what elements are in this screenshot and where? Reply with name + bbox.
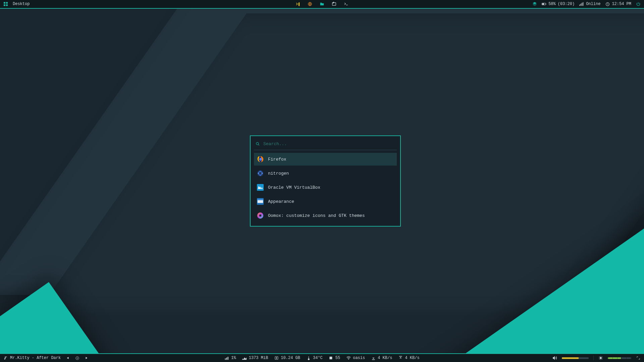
temperature-value: 34°C bbox=[313, 356, 323, 360]
svg-point-36 bbox=[600, 357, 602, 359]
svg-rect-4 bbox=[542, 3, 544, 5]
battery-icon bbox=[542, 2, 546, 6]
svg-rect-27 bbox=[226, 357, 227, 360]
download-icon bbox=[371, 356, 376, 360]
svg-rect-34 bbox=[372, 359, 375, 360]
battery-status[interactable]: 58% (03:20) bbox=[542, 2, 575, 6]
result-item-nitrogen[interactable]: nitrogen bbox=[254, 167, 397, 180]
net-up-value: 4 KB/s bbox=[405, 356, 419, 360]
filemanager-icon[interactable] bbox=[320, 2, 324, 6]
svg-rect-3 bbox=[546, 4, 546, 5]
result-label: nitrogen bbox=[268, 171, 289, 176]
editor-icon[interactable] bbox=[332, 2, 336, 6]
svg-point-15 bbox=[260, 171, 261, 172]
now-playing-label: Mr.Kitty - After Dark bbox=[10, 356, 61, 360]
firefox-icon bbox=[257, 156, 264, 163]
top-panel: Desktop 58% (03:20) bbox=[0, 0, 644, 9]
svg-point-30 bbox=[276, 358, 277, 359]
nitrogen-icon bbox=[257, 170, 264, 177]
now-playing[interactable]: Mr.Kitty - After Dark bbox=[3, 356, 61, 360]
network-status[interactable]: Online bbox=[579, 2, 600, 6]
net-down[interactable]: 4 KB/s bbox=[371, 356, 392, 360]
workspace-name[interactable]: Desktop bbox=[13, 2, 30, 6]
appearance-icon bbox=[257, 198, 264, 205]
speaker-icon[interactable] bbox=[552, 356, 557, 360]
wifi-status[interactable]: oasis bbox=[346, 356, 365, 360]
svg-rect-32 bbox=[330, 357, 332, 359]
memory-chart-icon bbox=[242, 356, 247, 360]
wifi-ssid: oasis bbox=[353, 356, 365, 360]
svg-rect-22 bbox=[258, 199, 263, 200]
app-launcher: Firefox nitrogen Oracle VM VirtualBox Ap… bbox=[250, 135, 401, 227]
svg-point-12 bbox=[259, 158, 262, 161]
svg-point-16 bbox=[260, 174, 261, 176]
svg-rect-28 bbox=[227, 357, 228, 360]
svg-point-10 bbox=[256, 142, 258, 145]
search-input[interactable] bbox=[263, 141, 395, 146]
bottom-panel: Mr.Kitty - After Dark 1% 1373 MiB bbox=[0, 353, 644, 362]
memory-usage[interactable]: 1373 MiB bbox=[242, 356, 268, 360]
svg-point-17 bbox=[258, 173, 259, 174]
browser-icon[interactable] bbox=[308, 2, 312, 6]
launcher-button[interactable] bbox=[3, 2, 8, 6]
wifi-icon bbox=[346, 356, 351, 360]
package-updates-icon[interactable] bbox=[532, 2, 537, 6]
svg-rect-6 bbox=[581, 4, 581, 6]
time-label: 12:54 PM bbox=[612, 2, 631, 6]
brightness-slider[interactable] bbox=[608, 357, 631, 359]
power-button[interactable] bbox=[636, 2, 641, 6]
search-icon bbox=[255, 142, 260, 146]
result-label: Oomox: customize icons and GTK themes bbox=[268, 213, 365, 218]
svg-rect-8 bbox=[583, 2, 584, 6]
media-play-button[interactable] bbox=[75, 356, 79, 360]
vscode-icon[interactable] bbox=[296, 2, 300, 6]
oomox-icon bbox=[257, 212, 264, 219]
thermometer-icon bbox=[306, 356, 311, 360]
svg-rect-5 bbox=[579, 5, 580, 6]
result-item-firefox[interactable]: Firefox bbox=[254, 153, 397, 166]
svg-rect-26 bbox=[225, 358, 225, 360]
cpu-usage[interactable]: 1% bbox=[224, 356, 236, 360]
virtualbox-icon bbox=[257, 184, 264, 191]
music-icon bbox=[3, 356, 8, 360]
cpu-value: 1% bbox=[231, 356, 236, 360]
net-up[interactable]: 4 KB/s bbox=[398, 356, 419, 360]
battery-percent: 58% bbox=[548, 2, 556, 6]
separator bbox=[593, 356, 594, 360]
network-label: Online bbox=[586, 2, 600, 6]
media-next-button[interactable] bbox=[84, 356, 89, 360]
clock[interactable]: 12:54 PM bbox=[605, 2, 631, 6]
result-label: Appearance bbox=[268, 199, 294, 204]
result-item-appearance[interactable]: Appearance bbox=[254, 195, 397, 208]
cpu-chart-icon bbox=[224, 356, 229, 360]
disk-usage[interactable]: 10.24 GB bbox=[274, 356, 300, 360]
result-label: Oracle VM VirtualBox bbox=[268, 185, 320, 190]
svg-rect-7 bbox=[582, 3, 582, 6]
brightness-icon[interactable] bbox=[598, 356, 603, 360]
battery-remaining: (03:20) bbox=[558, 2, 575, 6]
signal-icon bbox=[579, 2, 584, 6]
volume-slider[interactable] bbox=[562, 357, 589, 359]
search-row bbox=[254, 139, 397, 150]
disk-value: 10.24 GB bbox=[281, 356, 300, 360]
result-item-virtualbox[interactable]: Oracle VM VirtualBox bbox=[254, 181, 397, 194]
memory-value: 1373 MiB bbox=[249, 356, 268, 360]
temperature[interactable]: 34°C bbox=[306, 356, 323, 360]
upload-icon bbox=[398, 356, 403, 360]
media-prev-button[interactable] bbox=[65, 356, 70, 360]
terminal-icon[interactable] bbox=[344, 2, 348, 6]
svg-point-18 bbox=[261, 173, 263, 174]
disk-icon bbox=[274, 356, 279, 360]
result-label: Firefox bbox=[268, 157, 286, 162]
svg-point-24 bbox=[259, 215, 261, 217]
package-icon bbox=[329, 356, 333, 360]
quick-launch bbox=[296, 2, 348, 6]
svg-point-33 bbox=[348, 359, 349, 360]
expand-icon[interactable] bbox=[636, 356, 641, 360]
results-list: Firefox nitrogen Oracle VM VirtualBox Ap… bbox=[254, 153, 397, 222]
net-down-value: 4 KB/s bbox=[378, 356, 392, 360]
result-item-oomox[interactable]: Oomox: customize icons and GTK themes bbox=[254, 209, 397, 222]
svg-rect-35 bbox=[399, 356, 402, 357]
svg-point-31 bbox=[308, 358, 309, 360]
package-count[interactable]: 55 bbox=[329, 356, 340, 360]
